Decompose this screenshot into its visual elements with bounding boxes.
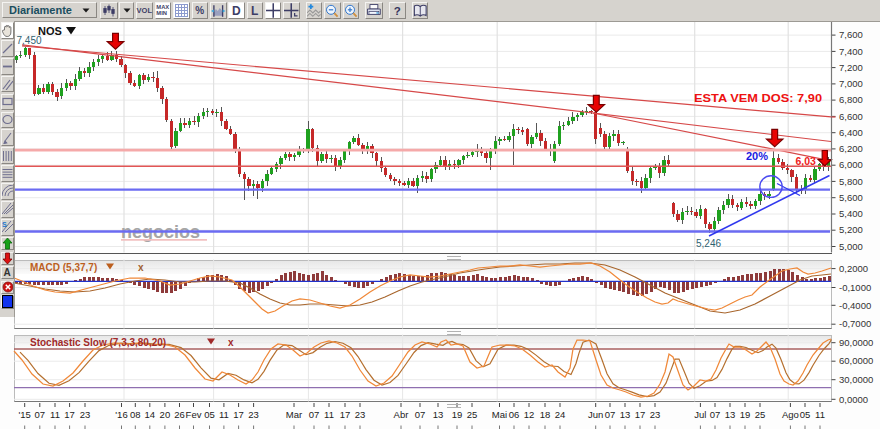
svg-text:08: 08 [130,409,141,420]
svg-text:20: 20 [160,409,171,420]
svg-text:6,400: 6,400 [839,127,863,138]
svg-text:30,0000: 30,0000 [839,374,873,385]
svg-text:25: 25 [755,409,766,420]
svg-text:11: 11 [815,409,825,420]
svg-text:NOS: NOS [38,25,62,37]
svg-text:11: 11 [50,409,60,420]
svg-text:x: x [138,262,144,273]
svg-text:7,600: 7,600 [839,29,863,40]
svg-text:23: 23 [80,409,91,420]
svg-text:6,600: 6,600 [839,111,863,122]
svg-text:0,2000: 0,2000 [839,263,868,274]
svg-text:20%: 20% [746,150,768,162]
svg-text:23: 23 [248,409,259,420]
svg-text:24: 24 [555,409,566,420]
svg-text:18: 18 [540,409,551,420]
svg-text:Stochastic Slow (7,3,3,80,20): Stochastic Slow (7,3,3,80,20) [30,337,166,348]
svg-text:23: 23 [650,409,661,420]
svg-text:11: 11 [324,409,334,420]
svg-text:05: 05 [204,409,215,420]
svg-text:90,0000: 90,0000 [839,337,873,348]
svg-text:07: 07 [605,409,616,420]
svg-text:17: 17 [340,409,351,420]
svg-text:-0,1000: -0,1000 [839,282,871,293]
svg-text:5,200: 5,200 [839,224,863,235]
svg-text:'16: '16 [115,409,127,420]
svg-text:6,200: 6,200 [839,143,863,154]
svg-text:MACD (5,37,7): MACD (5,37,7) [30,262,97,273]
svg-text:07: 07 [35,409,46,420]
svg-text:17: 17 [233,409,244,420]
svg-text:Abr: Abr [394,409,409,420]
svg-text:5,600: 5,600 [839,192,863,203]
svg-text:7,200: 7,200 [839,62,863,73]
svg-text:Fev: Fev [186,409,202,420]
svg-text:5,800: 5,800 [839,176,863,187]
svg-text:7,000: 7,000 [839,78,863,89]
svg-text:07: 07 [309,409,320,420]
svg-text:17: 17 [64,409,75,420]
svg-text:Jul: Jul [694,409,706,420]
svg-text:-0,7000: -0,7000 [839,318,871,329]
svg-text:19: 19 [452,409,463,420]
svg-text:Ago: Ago [782,409,799,420]
svg-text:6,800: 6,800 [839,94,863,105]
svg-text:60,0000: 60,0000 [839,355,873,366]
svg-text:5,000: 5,000 [839,241,863,252]
svg-text:06: 06 [509,409,520,420]
svg-text:6,03: 6,03 [796,155,817,167]
svg-text:S: S [2,221,7,228]
svg-text:Jun: Jun [588,409,603,420]
svg-text:13: 13 [433,409,444,420]
svg-text:23: 23 [355,409,366,420]
svg-text:6,000: 6,000 [839,159,863,170]
svg-text:12: 12 [524,409,535,420]
svg-text:Mar: Mar [286,409,302,420]
svg-text:19: 19 [740,409,751,420]
svg-text:25: 25 [467,409,478,420]
svg-text:07: 07 [415,409,426,420]
svg-text:5,246: 5,246 [696,238,721,249]
svg-text:07: 07 [710,409,721,420]
svg-text:13: 13 [725,409,736,420]
svg-text:14: 14 [145,409,156,420]
svg-text:'15: '15 [19,409,31,420]
svg-text:17: 17 [635,409,646,420]
svg-text:ESTA VEM DOS: 7,90: ESTA VEM DOS: 7,90 [694,92,822,104]
svg-text:-0,4000: -0,4000 [839,300,871,311]
svg-text:26: 26 [174,409,185,420]
svg-text:5,400: 5,400 [839,208,863,219]
svg-text:7,400: 7,400 [839,46,863,57]
svg-text:x: x [228,337,234,348]
svg-text:11: 11 [219,409,229,420]
svg-text:Mai: Mai [492,409,507,420]
svg-text:0,0000: 0,0000 [839,394,868,405]
svg-text:13: 13 [620,409,631,420]
svg-text:05: 05 [800,409,811,420]
